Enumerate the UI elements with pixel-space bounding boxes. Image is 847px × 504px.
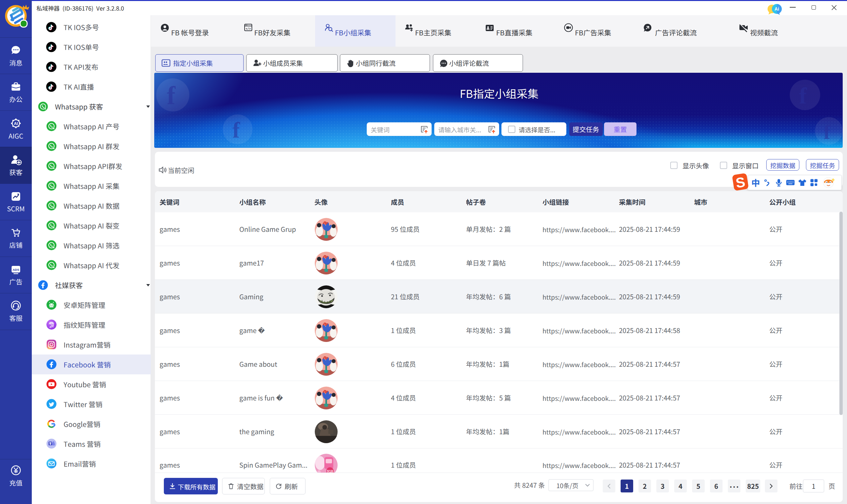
- svg-text:ADS: ADS: [13, 268, 19, 271]
- svg-text:f: f: [232, 118, 240, 143]
- svg-text:f: f: [167, 81, 176, 110]
- svg-text:f: f: [824, 121, 831, 143]
- svg-text:Ai: Ai: [775, 6, 779, 12]
- svg-text:</>: </>: [246, 28, 250, 31]
- svg-text:f: f: [799, 83, 807, 108]
- svg-text:AI: AI: [14, 121, 18, 126]
